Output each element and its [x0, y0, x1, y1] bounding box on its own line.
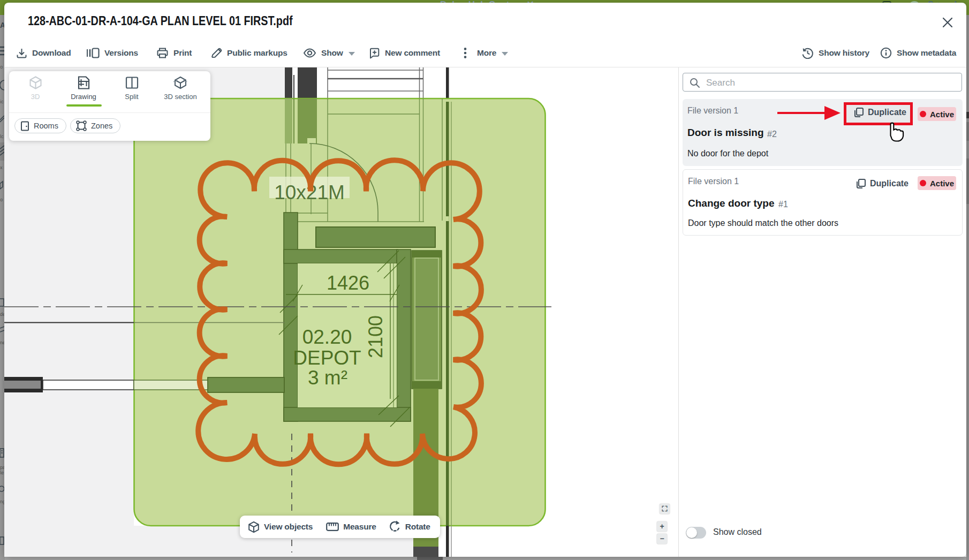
svg-text:le: le: [0, 470, 4, 475]
svg-text:DEPOT: DEPOT: [293, 347, 361, 369]
svg-text:o: o: [0, 197, 3, 202]
svg-text:x: x: [0, 165, 3, 170]
svg-text:lc: lc: [0, 134, 4, 139]
svg-text:2100: 2100: [365, 315, 387, 358]
svg-text:02.20: 02.20: [302, 326, 352, 348]
svg-text:o: o: [0, 64, 3, 70]
svg-text:3 m²: 3 m²: [308, 367, 347, 389]
svg-text:ic: ic: [0, 99, 4, 104]
svg-text:1426: 1426: [327, 272, 369, 294]
